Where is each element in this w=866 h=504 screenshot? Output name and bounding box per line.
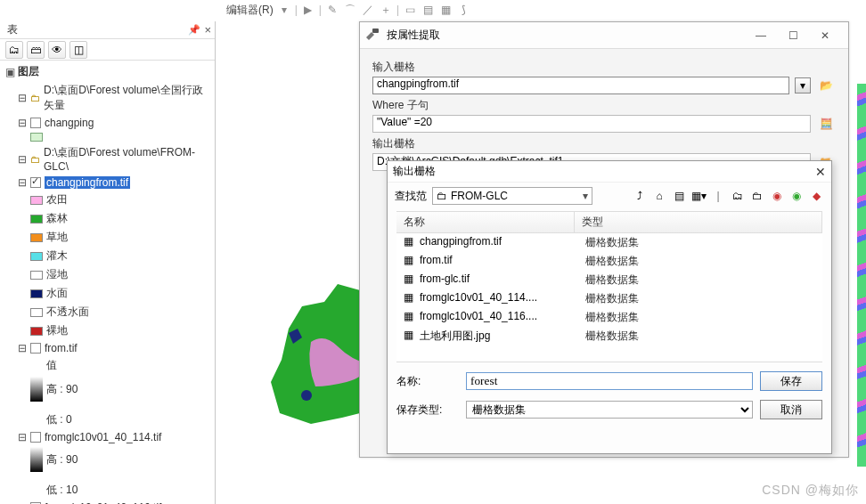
grid-icon: ▦: [438, 3, 453, 17]
extract-by-attributes-dialog: 按属性提取 — ☐ ✕ 输入栅格 changpingfrom.tif ▾ 📂 W…: [359, 21, 849, 458]
checkbox[interactable]: [30, 432, 41, 443]
raster-icon: ▦: [400, 254, 416, 266]
tool-icon: [364, 27, 381, 45]
close-icon[interactable]: ✕: [815, 165, 826, 179]
toc-tabs: 🗂 🗃 👁 ◫: [0, 39, 215, 61]
save-button[interactable]: 保存: [760, 371, 822, 391]
toc-title: 表: [0, 22, 18, 37]
save-dialog-title: 输出栅格: [393, 164, 436, 179]
maximize-button[interactable]: ☐: [777, 25, 809, 46]
reshape-icon: ⟆: [456, 3, 470, 17]
group-1[interactable]: ⊟🗀D:\桌面D\Forest volume\全国行政矢量: [4, 81, 211, 115]
filename-input[interactable]: [466, 372, 753, 390]
list-by-source-tab[interactable]: 🗃: [27, 41, 45, 59]
app-top-toolbar: 编辑器(R) ▾ | ▶ | ✎ ⌒ ／ ＋ | ▭ ▤ ▦ ⟆: [221, 0, 476, 20]
file-list[interactable]: 名称 类型 ▦changpingfrom.tif栅格数据集▦from.tif栅格…: [396, 211, 822, 362]
editor-menu[interactable]: 编辑器(R): [226, 3, 274, 18]
arc-icon: ⌒: [343, 3, 357, 17]
layer-fg116[interactable]: ⊟fromglc10v01_40_116.tif: [4, 500, 211, 504]
new-folder-icon[interactable]: 🗀: [749, 188, 765, 204]
file-row[interactable]: ▦fromglc10v01_40_114....栅格数据集: [396, 289, 822, 308]
up-folder-icon[interactable]: ⤴: [632, 188, 648, 204]
column-name[interactable]: 名称: [396, 212, 575, 232]
dropdown-icon[interactable]: ▾: [795, 77, 811, 93]
legend-item[interactable]: 农田: [4, 191, 211, 209]
start-edit-icon[interactable]: ▶: [301, 3, 315, 17]
checkbox[interactable]: [30, 177, 41, 188]
select-icon: ▭: [403, 3, 417, 17]
folder-icon: 🗀: [30, 93, 40, 103]
plus-icon: ＋: [379, 3, 393, 17]
legend-item[interactable]: 草地: [4, 228, 211, 247]
raster-icon: ▦: [400, 291, 416, 304]
line-icon: ／: [361, 3, 375, 17]
input-raster-field[interactable]: changpingfrom.tif: [372, 77, 789, 94]
legend-item[interactable]: 湿地: [4, 265, 211, 284]
filename-label: 名称:: [396, 374, 459, 389]
new-feature-icon[interactable]: ◉: [788, 188, 805, 204]
savetype-label: 保存类型:: [396, 402, 459, 418]
layer-changping[interactable]: ⊟changping: [4, 115, 211, 131]
input-raster-label: 输入栅格: [372, 60, 836, 75]
toc-tree: ▣图层 ⊟🗀D:\桌面D\Forest volume\全国行政矢量 ⊟chang…: [0, 61, 215, 504]
output-raster-label: 输出栅格: [372, 136, 836, 151]
home-icon[interactable]: ⌂: [651, 188, 667, 204]
pin-icon[interactable]: 📌: [188, 24, 200, 36]
checkbox[interactable]: [30, 118, 41, 128]
sql-builder-icon[interactable]: 🧮: [816, 115, 836, 133]
group-2[interactable]: ⊟🗀D:\桌面D\Forest volume\FROM-GLC\: [4, 143, 211, 175]
savetype-combo[interactable]: 栅格数据集: [466, 401, 753, 419]
legend-item[interactable]: 森林: [4, 209, 211, 228]
dialog-title: 按属性提取: [387, 28, 745, 43]
legend-item[interactable]: 灌木: [4, 247, 211, 265]
column-type[interactable]: 类型: [575, 212, 822, 232]
folder-icon: 🗀: [437, 190, 447, 202]
raster-icon: ▦: [400, 310, 416, 322]
file-row[interactable]: ▦from.tif栅格数据集: [396, 252, 822, 271]
legend-item[interactable]: 不透水面: [4, 303, 211, 321]
new-gdb-icon[interactable]: ◉: [769, 188, 785, 204]
layers-root[interactable]: ▣图层: [4, 62, 211, 81]
pencil-icon: ✎: [325, 3, 339, 17]
ramp-icon: [30, 377, 43, 402]
layer-selected[interactable]: ⊟changpingfrom.tif: [4, 175, 211, 191]
list-by-visibility-tab[interactable]: 👁: [48, 41, 66, 59]
dialog-titlebar[interactable]: 按属性提取 — ☐ ✕: [360, 22, 848, 49]
lookin-combo[interactable]: 🗀 FROM-GLC ▾: [432, 187, 592, 205]
close-button[interactable]: ✕: [809, 25, 841, 46]
file-row[interactable]: ▦from-glc.tif栅格数据集: [396, 271, 822, 289]
raster-icon: ▦: [400, 329, 416, 341]
new-raster-icon[interactable]: ◆: [808, 188, 824, 204]
ramp-icon: [30, 447, 43, 472]
close-icon[interactable]: ×: [204, 23, 211, 37]
folder-icon: 🗀: [30, 154, 40, 165]
layer-from-tif[interactable]: ⊟from.tif: [4, 340, 211, 356]
file-row[interactable]: ▦changpingfrom.tif栅格数据集: [396, 233, 822, 252]
attr-icon: ▤: [421, 3, 435, 17]
file-row[interactable]: ▦fromglc10v01_40_116....栅格数据集: [396, 308, 822, 327]
list-by-selection-tab[interactable]: ◫: [69, 41, 87, 59]
checkbox[interactable]: [30, 343, 41, 354]
legend-item[interactable]: 裸地: [4, 321, 211, 340]
chevron-down-icon: ▾: [583, 190, 588, 202]
save-dialog-titlebar[interactable]: 输出栅格 ✕: [388, 161, 831, 183]
lookin-label: 查找范: [395, 189, 427, 204]
details-view-icon[interactable]: ▦▾: [690, 188, 707, 204]
browse-folder-icon[interactable]: 📂: [816, 77, 836, 94]
svg-rect-2: [372, 28, 379, 33]
legend-item[interactable]: 水面: [4, 284, 211, 303]
legend-swatch: [30, 133, 43, 142]
editor-dropdown-icon[interactable]: ▾: [277, 3, 291, 17]
connect-folder-icon[interactable]: 🗂: [730, 188, 746, 204]
minimize-button[interactable]: —: [745, 25, 777, 46]
raster-icon: ▦: [400, 235, 416, 248]
map-edge-strip: [857, 84, 866, 467]
where-clause-field[interactable]: "Value" =20: [372, 115, 811, 133]
watermark: CSDN @梅如你: [762, 483, 859, 499]
cancel-button[interactable]: 取消: [760, 400, 822, 419]
layer-fg114[interactable]: ⊟fromglc10v01_40_114.tif: [4, 429, 211, 445]
list-view-icon[interactable]: ▤: [671, 188, 687, 204]
output-raster-save-dialog: 输出栅格 ✕ 查找范 🗀 FROM-GLC ▾ ⤴ ⌂ ▤ ▦▾ | 🗂 🗀 ◉…: [387, 160, 832, 454]
list-by-drawing-order-tab[interactable]: 🗂: [5, 41, 23, 59]
file-row[interactable]: ▦土地利用图.jpg栅格数据集: [396, 327, 822, 345]
